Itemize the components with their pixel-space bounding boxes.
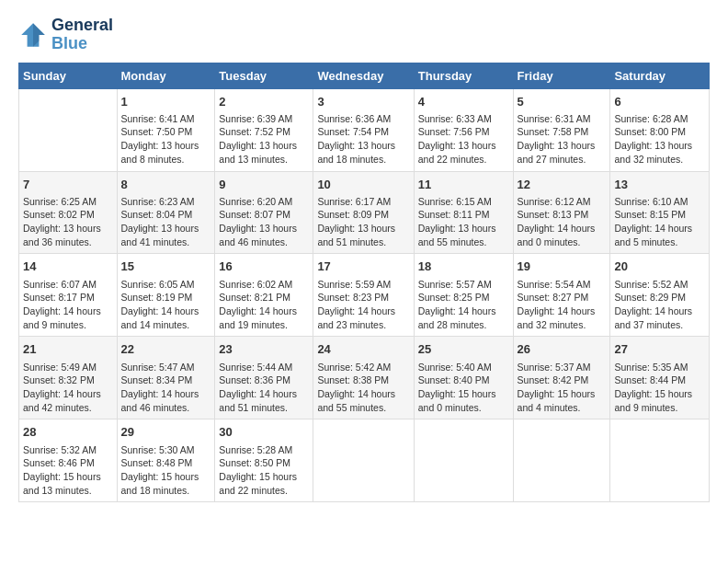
day-cell: 26Sunrise: 5:37 AMSunset: 8:42 PMDayligh…: [513, 337, 610, 419]
sunrise: Sunrise: 6:12 AM: [518, 195, 607, 209]
sunrise: Sunrise: 6:28 AM: [614, 112, 705, 126]
col-header-monday: Monday: [117, 63, 215, 88]
day-cell: 5Sunrise: 6:31 AMSunset: 7:58 PMDaylight…: [513, 88, 610, 171]
day-number: 29: [121, 424, 211, 441]
day-cell: 13Sunrise: 6:10 AMSunset: 8:15 PMDayligh…: [610, 171, 710, 254]
day-cell: 7Sunrise: 6:25 AMSunset: 8:02 PMDaylight…: [19, 171, 118, 254]
sunrise: Sunrise: 5:42 AM: [317, 361, 409, 374]
day-number: 28: [23, 424, 113, 441]
daylight: Daylight: 14 hours and 19 minutes.: [219, 304, 309, 331]
daylight: Daylight: 15 hours and 18 minutes.: [121, 470, 211, 497]
day-number: 10: [317, 177, 409, 193]
daylight: Daylight: 14 hours and 37 minutes.: [614, 304, 705, 331]
day-number: 21: [23, 341, 113, 358]
day-number: 20: [614, 259, 705, 275]
page: General Blue SundayMondayTuesdayWednesda…: [0, 0, 728, 511]
sunrise: Sunrise: 6:15 AM: [418, 195, 509, 209]
day-cell: [610, 419, 710, 502]
day-cell: [513, 419, 610, 502]
week-row-1: 1Sunrise: 6:41 AMSunset: 7:50 PMDaylight…: [19, 88, 710, 171]
daylight: Daylight: 15 hours and 22 minutes.: [219, 470, 309, 497]
daylight: Daylight: 13 hours and 41 minutes.: [121, 222, 211, 248]
daylight: Daylight: 15 hours and 0 minutes.: [418, 387, 509, 414]
daylight: Daylight: 15 hours and 9 minutes.: [614, 387, 705, 414]
sunset: Sunset: 8:19 PM: [121, 291, 211, 304]
sunrise: Sunrise: 5:35 AM: [614, 361, 705, 374]
logo-text: General Blue: [51, 17, 113, 53]
day-number: 12: [518, 177, 607, 193]
day-cell: 8Sunrise: 6:23 AMSunset: 8:04 PMDaylight…: [117, 171, 215, 254]
sunset: Sunset: 8:40 PM: [418, 373, 509, 387]
sunset: Sunset: 8:09 PM: [317, 208, 409, 222]
daylight: Daylight: 14 hours and 28 minutes.: [418, 304, 509, 331]
daylight: Daylight: 14 hours and 23 minutes.: [317, 304, 409, 331]
week-row-3: 14Sunrise: 6:07 AMSunset: 8:17 PMDayligh…: [19, 254, 710, 337]
day-cell: 2Sunrise: 6:39 AMSunset: 7:52 PMDaylight…: [215, 88, 313, 171]
week-row-4: 21Sunrise: 5:49 AMSunset: 8:32 PMDayligh…: [19, 337, 710, 419]
day-cell: [313, 419, 414, 502]
sunset: Sunset: 8:21 PM: [219, 291, 309, 304]
day-number: 25: [418, 341, 509, 358]
daylight: Daylight: 14 hours and 42 minutes.: [23, 387, 113, 414]
header: General Blue: [18, 17, 710, 53]
sunset: Sunset: 8:25 PM: [418, 291, 509, 304]
daylight: Daylight: 14 hours and 46 minutes.: [121, 387, 211, 414]
sunset: Sunset: 7:54 PM: [317, 125, 409, 139]
sunrise: Sunrise: 6:10 AM: [614, 195, 705, 209]
daylight: Daylight: 15 hours and 4 minutes.: [518, 387, 607, 414]
day-number: 23: [219, 341, 309, 358]
sunset: Sunset: 8:34 PM: [121, 373, 211, 387]
sunset: Sunset: 7:56 PM: [418, 125, 509, 139]
col-header-saturday: Saturday: [610, 63, 710, 88]
daylight: Daylight: 13 hours and 27 minutes.: [518, 139, 607, 166]
day-cell: 1Sunrise: 6:41 AMSunset: 7:50 PMDaylight…: [117, 88, 215, 171]
day-number: 8: [121, 177, 211, 193]
day-number: 14: [23, 259, 113, 275]
sunset: Sunset: 7:58 PM: [518, 125, 607, 139]
sunset: Sunset: 8:04 PM: [121, 208, 211, 222]
sunrise: Sunrise: 5:47 AM: [121, 361, 211, 374]
day-number: 3: [317, 94, 409, 110]
col-header-tuesday: Tuesday: [215, 63, 313, 88]
day-cell: 18Sunrise: 5:57 AMSunset: 8:25 PMDayligh…: [414, 254, 513, 337]
day-number: 24: [317, 341, 409, 358]
sunrise: Sunrise: 5:32 AM: [23, 443, 113, 457]
sunset: Sunset: 8:23 PM: [317, 291, 409, 304]
week-row-2: 7Sunrise: 6:25 AMSunset: 8:02 PMDaylight…: [19, 171, 710, 254]
day-cell: 27Sunrise: 5:35 AMSunset: 8:44 PMDayligh…: [610, 337, 710, 419]
day-number: 19: [518, 259, 607, 275]
sunset: Sunset: 8:32 PM: [23, 373, 113, 387]
day-number: 6: [614, 94, 705, 110]
col-header-thursday: Thursday: [414, 63, 513, 88]
day-cell: 3Sunrise: 6:36 AMSunset: 7:54 PMDaylight…: [313, 88, 414, 171]
sunrise: Sunrise: 5:44 AM: [219, 361, 309, 374]
sunset: Sunset: 7:50 PM: [121, 125, 211, 139]
sunrise: Sunrise: 5:28 AM: [219, 443, 309, 457]
day-cell: 24Sunrise: 5:42 AMSunset: 8:38 PMDayligh…: [313, 337, 414, 419]
daylight: Daylight: 14 hours and 14 minutes.: [121, 304, 211, 331]
day-cell: 9Sunrise: 6:20 AMSunset: 8:07 PMDaylight…: [215, 171, 313, 254]
day-cell: 4Sunrise: 6:33 AMSunset: 7:56 PMDaylight…: [414, 88, 513, 171]
day-number: 9: [219, 177, 309, 193]
sunset: Sunset: 8:27 PM: [518, 291, 607, 304]
day-number: 4: [418, 94, 509, 110]
sunrise: Sunrise: 5:30 AM: [121, 443, 211, 457]
day-number: 17: [317, 259, 409, 275]
sunrise: Sunrise: 5:54 AM: [518, 278, 607, 292]
daylight: Daylight: 14 hours and 32 minutes.: [518, 304, 607, 331]
day-cell: 29Sunrise: 5:30 AMSunset: 8:48 PMDayligh…: [117, 419, 215, 502]
daylight: Daylight: 15 hours and 13 minutes.: [23, 470, 113, 497]
daylight: Daylight: 13 hours and 22 minutes.: [418, 139, 509, 166]
sunset: Sunset: 8:38 PM: [317, 373, 409, 387]
week-row-5: 28Sunrise: 5:32 AMSunset: 8:46 PMDayligh…: [19, 419, 710, 502]
sunset: Sunset: 8:15 PM: [614, 208, 705, 222]
sunset: Sunset: 8:29 PM: [614, 291, 705, 304]
day-cell: 22Sunrise: 5:47 AMSunset: 8:34 PMDayligh…: [117, 337, 215, 419]
sunset: Sunset: 8:46 PM: [23, 456, 113, 470]
day-cell: 6Sunrise: 6:28 AMSunset: 8:00 PMDaylight…: [610, 88, 710, 171]
day-cell: [19, 88, 118, 171]
sunrise: Sunrise: 6:05 AM: [121, 278, 211, 292]
sunrise: Sunrise: 5:59 AM: [317, 278, 409, 292]
sunrise: Sunrise: 5:57 AM: [418, 278, 509, 292]
day-cell: [414, 419, 513, 502]
